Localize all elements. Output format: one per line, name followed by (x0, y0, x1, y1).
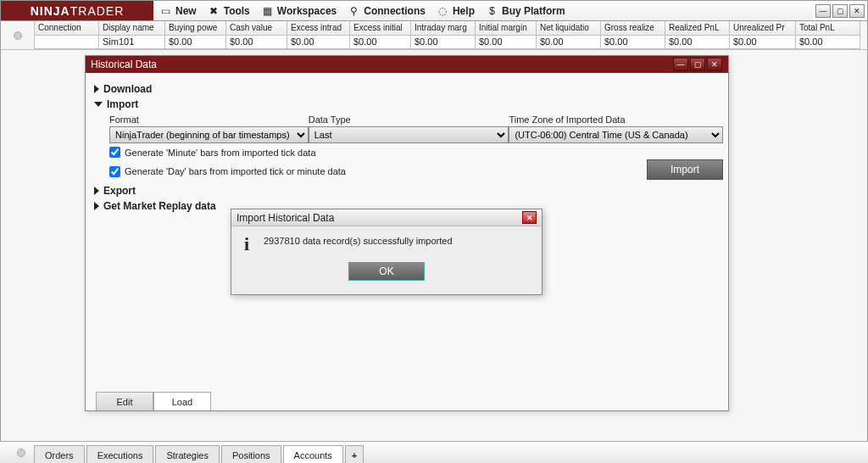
window-controls: — ▢ ✕ (813, 1, 867, 20)
column-header[interactable]: Display name (99, 21, 165, 36)
column-header[interactable]: Cash value (226, 21, 287, 36)
dialog-title: Import Historical Data (236, 212, 334, 224)
row-indicator (1, 21, 35, 49)
cell[interactable]: $0.00 (350, 36, 411, 50)
new-window-icon: ▭ (160, 5, 171, 16)
accordion-export[interactable]: Export (94, 183, 723, 198)
tab-load[interactable]: Load (153, 392, 211, 410)
logo-text-a: NINJA (31, 4, 70, 18)
tab-add[interactable]: + (345, 445, 364, 463)
import-button[interactable]: Import (647, 159, 723, 180)
accordion-import[interactable]: Import (94, 97, 723, 112)
cell[interactable]: $0.00 (730, 36, 796, 50)
status-dot-icon (17, 449, 25, 457)
main-menu: ▭New ✖Tools ▦Workspaces ⚲Connections ◌He… (153, 1, 813, 20)
dialog-close-button[interactable]: ✕ (522, 211, 537, 224)
logo-text-b: TRADER (70, 4, 125, 18)
tab-edit[interactable]: Edit (96, 392, 153, 410)
cell[interactable]: $0.00 (411, 36, 476, 50)
column-header[interactable]: Intraday marg (411, 21, 476, 36)
hd-maximize-button[interactable]: ▢ (690, 58, 705, 71)
tab-accounts[interactable]: Accounts (283, 445, 343, 463)
hd-close-button[interactable]: ✕ (707, 58, 722, 71)
dialog-titlebar[interactable]: Import Historical Data ✕ (231, 209, 542, 226)
timezone-label: Time Zone of Imported Data (509, 114, 723, 125)
chevron-right-icon (94, 85, 99, 93)
menu-workspaces[interactable]: ▦Workspaces (262, 5, 337, 17)
workspaces-icon: ▦ (262, 5, 273, 16)
generate-day-checkbox[interactable]: Generate 'Day' bars from imported tick o… (109, 163, 346, 180)
column-header[interactable]: Excess initial (350, 21, 411, 36)
format-select[interactable]: NinjaTrader (beginning of bar timestamps… (109, 126, 309, 143)
cell[interactable] (35, 36, 99, 50)
menu-tools[interactable]: ✖Tools (209, 5, 250, 17)
cell[interactable]: $0.00 (796, 36, 860, 50)
menu-connections[interactable]: ⚲Connections (348, 5, 426, 17)
historical-data-titlebar[interactable]: Historical Data — ▢ ✕ (86, 56, 728, 73)
menu-buy-platform[interactable]: $Buy Platform (487, 5, 565, 17)
cell[interactable]: $0.00 (226, 36, 287, 50)
tab-executions[interactable]: Executions (86, 445, 154, 463)
menu-help[interactable]: ◌Help (437, 5, 475, 17)
format-label: Format (109, 114, 309, 125)
checkbox-input[interactable] (109, 166, 120, 177)
timezone-select[interactable]: (UTC-06:00) Central Time (US & Canada) (509, 126, 723, 143)
ok-button[interactable]: OK (348, 262, 425, 281)
chevron-right-icon (94, 187, 99, 195)
column-header[interactable]: Excess intrad (287, 21, 350, 36)
chevron-down-icon (94, 102, 103, 107)
cell[interactable]: $0.00 (476, 36, 537, 50)
import-result-dialog: Import Historical Data ✕ i 2937810 data … (231, 209, 542, 295)
datatype-select[interactable]: Last (309, 126, 509, 143)
cell[interactable]: Sim101 (99, 36, 165, 50)
help-icon: ◌ (437, 5, 448, 16)
close-button[interactable]: ✕ (849, 4, 865, 18)
checkbox-input[interactable] (109, 147, 120, 158)
hd-minimize-button[interactable]: — (673, 58, 688, 71)
cell[interactable]: $0.00 (287, 36, 350, 50)
cell[interactable]: $0.00 (165, 36, 226, 50)
menu-new[interactable]: ▭New (160, 5, 197, 17)
import-form: Format NinjaTrader (beginning of bar tim… (109, 114, 723, 180)
app-logo: NINJATRADER (1, 1, 153, 20)
status-dot-icon (14, 31, 22, 40)
tools-icon: ✖ (209, 5, 220, 16)
column-header[interactable]: Total PnL (796, 21, 860, 36)
footer-tabs: Orders Executions Strategies Positions A… (0, 441, 868, 463)
dialog-message: 2937810 data record(s) successfully impo… (264, 233, 453, 255)
column-header[interactable]: Buying powe (165, 21, 226, 36)
accordion-download[interactable]: Download (94, 81, 723, 97)
minimize-button[interactable]: — (815, 4, 831, 18)
cell[interactable]: $0.00 (665, 36, 730, 50)
cell[interactable]: $0.00 (601, 36, 665, 50)
generate-minute-checkbox[interactable]: Generate 'Minute' bars from imported tic… (109, 147, 723, 158)
column-header[interactable]: Initial margin (476, 21, 537, 36)
info-icon: i (238, 233, 255, 255)
tab-positions[interactable]: Positions (221, 445, 281, 463)
column-header[interactable]: Gross realize (601, 21, 665, 36)
datatype-label: Data Type (309, 114, 509, 125)
dollar-icon: $ (487, 5, 498, 16)
maximize-button[interactable]: ▢ (832, 4, 848, 18)
column-header[interactable]: Realized PnL (665, 21, 730, 36)
chevron-right-icon (94, 202, 99, 210)
tab-strategies[interactable]: Strategies (155, 445, 220, 463)
column-header[interactable]: Unrealized Pr (730, 21, 796, 36)
cell[interactable]: $0.00 (537, 36, 601, 50)
plug-icon: ⚲ (348, 5, 359, 16)
column-header[interactable]: Net liquidatio (537, 21, 601, 36)
tab-orders[interactable]: Orders (34, 445, 85, 463)
column-header[interactable]: Connection (35, 21, 99, 36)
accounts-grid: ConnectionDisplay nameSim101Buying powe$… (1, 21, 867, 50)
historical-data-title: Historical Data (91, 59, 157, 70)
